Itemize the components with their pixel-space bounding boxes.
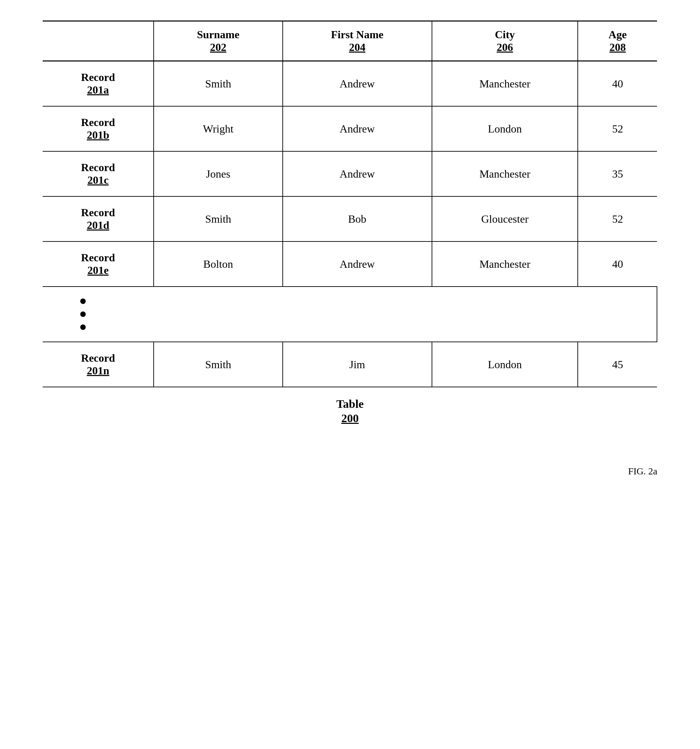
surname-cell-201d: Smith [154, 196, 283, 242]
city-cell-201d: Gloucester [432, 196, 578, 242]
table-row: Record 201n Smith Jim London 45 [43, 342, 657, 387]
age-cell-201c: 35 [578, 151, 657, 196]
col-header-surname: Surname 202 [154, 21, 283, 61]
dots-container [53, 290, 647, 339]
firstname-cell-201a: Andrew [283, 61, 432, 107]
dot-3 [80, 324, 86, 330]
record-cell-201b: Record 201b [43, 106, 154, 151]
continuation-dots-row [43, 287, 657, 342]
surname-cell-201c: Jones [154, 151, 283, 196]
table-row: Record 201d Smith Bob Gloucester 52 [43, 196, 657, 242]
col-header-age: Age 208 [578, 21, 657, 61]
table-row: Record 201b Wright Andrew London 52 [43, 106, 657, 151]
col-header-firstname: First Name 204 [283, 21, 432, 61]
age-cell-201e: 40 [578, 242, 657, 287]
col-header-city: City 206 [432, 21, 578, 61]
dot-1 [80, 298, 86, 304]
table-row: Record 201e Bolton Andrew Manchester 40 [43, 242, 657, 287]
main-table: Surname 202 First Name 204 City 206 Age … [43, 20, 657, 387]
firstname-cell-201e: Andrew [283, 242, 432, 287]
record-cell-201c: Record 201c [43, 151, 154, 196]
city-cell-201e: Manchester [432, 242, 578, 287]
city-cell-201n: London [432, 342, 578, 387]
city-cell-201b: London [432, 106, 578, 151]
continuation-dots [43, 287, 657, 342]
surname-cell-201e: Bolton [154, 242, 283, 287]
firstname-cell-201c: Andrew [283, 151, 432, 196]
surname-cell-201n: Smith [154, 342, 283, 387]
fig-label: FIG. 2a [628, 466, 657, 477]
age-cell-201a: 40 [578, 61, 657, 107]
city-cell-201a: Manchester [432, 61, 578, 107]
surname-cell-201a: Smith [154, 61, 283, 107]
col-header-record [43, 21, 154, 61]
age-cell-201n: 45 [578, 342, 657, 387]
record-cell-201d: Record 201d [43, 196, 154, 242]
table-caption: Table 200 [43, 397, 657, 425]
firstname-cell-201n: Jim [283, 342, 432, 387]
table-row: Record 201c Jones Andrew Manchester 35 [43, 151, 657, 196]
age-cell-201b: 52 [578, 106, 657, 151]
age-cell-201d: 52 [578, 196, 657, 242]
record-cell-201a: Record 201a [43, 61, 154, 107]
dot-2 [80, 312, 86, 317]
record-cell-201n: Record 201n [43, 342, 154, 387]
firstname-cell-201d: Bob [283, 196, 432, 242]
city-cell-201c: Manchester [432, 151, 578, 196]
page-container: Surname 202 First Name 204 City 206 Age … [43, 20, 657, 477]
firstname-cell-201b: Andrew [283, 106, 432, 151]
table-wrapper: Surname 202 First Name 204 City 206 Age … [43, 20, 657, 425]
record-cell-201e: Record 201e [43, 242, 154, 287]
surname-cell-201b: Wright [154, 106, 283, 151]
header-row: Surname 202 First Name 204 City 206 Age … [43, 21, 657, 61]
table-row: Record 201a Smith Andrew Manchester 40 [43, 61, 657, 107]
